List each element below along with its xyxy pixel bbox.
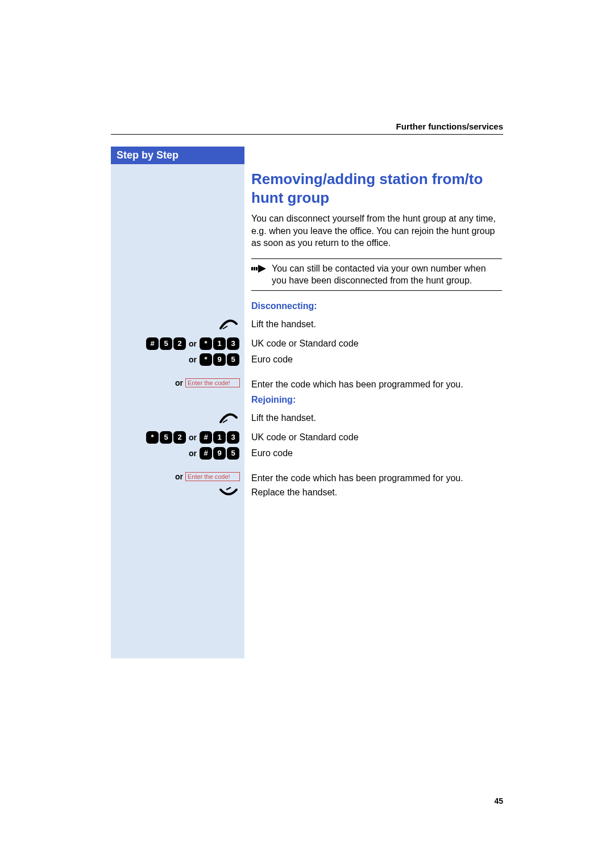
rejoin-code-euro-keys: or # 9 5 [186,447,240,460]
lift-handset-icon [217,412,240,427]
svg-rect-2 [256,267,258,270]
note-block: You can still be contacted via your own … [251,258,502,291]
or-label: or [175,378,183,387]
key-2: 2 [173,337,186,350]
rejoin-enter-code-text: Enter the code which has been programmed… [244,472,502,485]
rejoining-heading: Rejoining: [251,394,502,406]
rejoin-lift-handset-text: Lift the handset. [244,412,502,424]
svg-rect-0 [251,267,253,270]
or-label: or [189,355,197,364]
key-3: 3 [227,431,239,444]
svg-marker-3 [258,265,266,273]
svg-line-4 [223,326,227,329]
key-9: 9 [213,447,226,460]
key-5: 5 [227,447,239,460]
note-arrow-icon [251,262,267,278]
key-2: 2 [173,431,186,444]
enter-code-display-disconnect: or Enter the code! [173,378,240,387]
disconnecting-heading: Disconnecting: [251,300,502,312]
display-box-enter-code: Enter the code! [185,378,240,387]
page-number: 45 [494,796,503,806]
disconnect-code-uk-keys: # 5 2 or * 1 3 [146,337,240,350]
key-1: 1 [213,431,226,444]
disconnect-uk-standard-text: UK code or Standard code [244,337,502,350]
lift-handset-icon [217,318,240,333]
disconnect-enter-code-text: Enter the code which has been programmed… [244,378,502,391]
key-5: 5 [227,353,239,366]
svg-rect-1 [254,267,255,270]
key-hash: # [200,447,212,460]
note-text: You can still be contacted via your own … [267,262,502,287]
section-title: Removing/adding station from/to hunt gro… [251,170,502,207]
header-rule [111,134,503,135]
key-5: 5 [160,337,172,350]
key-star: * [200,353,212,366]
lift-handset-text: Lift the handset. [244,318,502,331]
svg-line-5 [223,420,227,423]
header-section-label: Further functions/services [396,122,503,131]
or-label: or [189,433,197,442]
disconnect-euro-text: Euro code [244,353,502,366]
key-3: 3 [227,337,239,350]
key-hash: # [146,337,159,350]
disconnect-code-euro-keys: or * 9 5 [186,353,240,366]
or-label: or [189,449,197,458]
rejoin-replace-handset-text: Replace the handset. [244,486,502,499]
key-star: * [146,431,159,444]
or-label: or [189,339,197,348]
key-star: * [200,337,212,350]
display-box-enter-code: Enter the code! [185,472,240,481]
step-by-step-label: Step by Step [111,147,244,165]
or-label: or [175,472,183,481]
key-9: 9 [213,353,226,366]
intro-paragraph: You can disconnect yourself from the hun… [251,212,502,249]
key-1: 1 [213,337,226,350]
rejoin-euro-text: Euro code [244,447,502,460]
rejoin-code-uk-keys: * 5 2 or # 1 3 [146,431,240,444]
content-area: Removing/adding station from/to hunt gro… [111,164,502,501]
enter-code-display-rejoin: or Enter the code! [173,472,240,481]
rejoin-uk-standard-text: UK code or Standard code [244,431,502,444]
key-5: 5 [160,431,172,444]
svg-line-6 [226,487,231,490]
replace-handset-icon [217,486,240,501]
key-hash: # [200,431,212,444]
